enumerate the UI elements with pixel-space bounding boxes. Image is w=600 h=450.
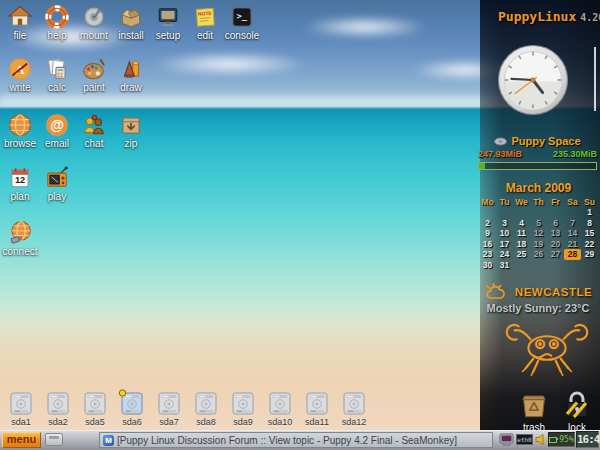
calendar-day: 19: [530, 239, 547, 250]
launcher-connect[interactable]: connect: [2, 220, 38, 257]
drive-sda1[interactable]: sda1: [4, 391, 38, 427]
right-edge-highlight: [594, 47, 596, 111]
calendar-day: 30: [479, 260, 496, 271]
disk-drive-icon: [155, 391, 183, 417]
launcher-plan[interactable]: 12 plan: [2, 165, 38, 202]
launcher-edit[interactable]: NOTE edit: [187, 4, 223, 41]
drive-label: sda12: [337, 417, 371, 427]
taskbar-window-button[interactable]: M [Puppy Linux Discussion Forum :: View …: [99, 432, 493, 448]
launcher-console[interactable]: >_ console: [224, 4, 260, 41]
archive-box-icon: [118, 112, 144, 138]
disk-drive-icon: [229, 391, 257, 417]
launcher-play[interactable]: play: [39, 165, 75, 202]
launcher-browse[interactable]: browse: [2, 112, 38, 149]
calendar-day: 17: [496, 239, 513, 250]
tray-clock[interactable]: 16:45: [576, 431, 599, 448]
window-title: [Puppy Linux Discussion Forum :: View to…: [117, 435, 457, 446]
cloud-shape: [300, 16, 430, 38]
calendar-day: 3: [496, 218, 513, 229]
volume-speaker-icon[interactable]: [535, 433, 547, 446]
calendar-empty: [530, 260, 547, 271]
launcher-label: file: [2, 30, 38, 41]
launcher-label: browse: [2, 138, 38, 149]
drive-sda2[interactable]: sda2: [41, 391, 75, 427]
launcher-help[interactable]: help: [39, 4, 75, 41]
launcher-label: zip: [113, 138, 149, 149]
calendar-day-header: Th: [530, 197, 547, 207]
launcher-label: mount: [76, 30, 112, 41]
drive-sda6[interactable]: sda6: [115, 391, 149, 427]
network-monitor-icon[interactable]: [499, 433, 514, 446]
harddisk-icon: [81, 4, 107, 30]
calendar-day: 22: [581, 239, 598, 250]
drive-sda10[interactable]: sda10: [263, 391, 297, 427]
launcher-zip[interactable]: zip: [113, 112, 149, 149]
space-progressbar: [478, 162, 597, 170]
cloud-shape: [150, 52, 310, 76]
calendar-day: 14: [564, 228, 581, 239]
calendar-day: 11: [513, 228, 530, 239]
seamonkey-icon: M: [103, 435, 114, 446]
calendar-day: 6: [547, 218, 564, 229]
calendar-day: 26: [530, 249, 547, 260]
launcher-draw[interactable]: draw: [113, 56, 149, 93]
launcher-label: install: [113, 30, 149, 41]
puppy-space-widget: Puppy Space 247.93MiB 235.30MiB: [478, 135, 597, 170]
drive-sda8[interactable]: sda8: [189, 391, 223, 427]
drive-sda9[interactable]: sda9: [226, 391, 260, 427]
launcher-email[interactable]: @ email: [39, 112, 75, 149]
calendar-day: 9: [479, 228, 496, 239]
lifebuoy-icon: [44, 4, 70, 30]
menu-button[interactable]: menu: [2, 432, 41, 448]
disk-icon: [494, 137, 507, 146]
calendar-title: March 2009: [478, 181, 599, 195]
disk-drive-icon: [118, 391, 146, 417]
lock[interactable]: lock: [557, 390, 597, 433]
calendar-empty: [581, 260, 598, 271]
drive-label: sda6: [115, 417, 149, 427]
network-status-pill[interactable]: eth0: [516, 434, 533, 445]
drive-sda11[interactable]: sda11: [300, 391, 334, 427]
battery-applet[interactable]: 95%: [548, 432, 575, 447]
launcher-paint[interactable]: paint: [76, 56, 112, 93]
house-icon: [7, 4, 33, 30]
launcher-file[interactable]: file: [2, 4, 38, 41]
drive-label: sda5: [78, 417, 112, 427]
taskbar-drive-icon[interactable]: [45, 433, 63, 446]
minute-hand: [511, 79, 533, 80]
media-player-icon: [44, 165, 70, 191]
disk-drive-icon: [81, 391, 109, 417]
launcher-calc[interactable]: calc: [39, 56, 75, 93]
launcher-setup[interactable]: setup: [150, 4, 186, 41]
launcher-write[interactable]: A write: [2, 56, 38, 93]
trash[interactable]: trash: [514, 391, 554, 433]
drive-sda7[interactable]: sda7: [152, 391, 186, 427]
terminal-icon: >_: [229, 4, 255, 30]
launcher-label: email: [39, 138, 75, 149]
launcher-label: console: [224, 30, 260, 41]
calendar-day: 7: [564, 218, 581, 229]
drive-sda5[interactable]: sda5: [78, 391, 112, 427]
drive-sda12[interactable]: sda12: [337, 391, 371, 427]
monitor-tools-icon: [155, 4, 181, 30]
space-used: 247.93MiB: [478, 149, 522, 159]
disk-drive-icon: [44, 391, 72, 417]
launcher-mount[interactable]: mount: [76, 4, 112, 41]
launcher-install[interactable]: install: [113, 4, 149, 41]
weather-city: NEWCASTLE: [515, 286, 592, 298]
launcher-chat[interactable]: chat: [76, 112, 112, 149]
calendar-day-headers: MoTuWeThFrSaSu: [478, 197, 599, 207]
calendar-icon: 12: [7, 165, 33, 191]
weather-widget: NEWCASTLE Mostly Sunny: 23°C: [478, 283, 598, 314]
calendar-day: 15: [581, 228, 598, 239]
calendar-empty: [564, 207, 581, 218]
launcher-label: write: [2, 82, 38, 93]
sticky-note-icon: NOTE: [192, 4, 218, 30]
calendar-day: 23: [479, 249, 496, 260]
calendar-empty: [564, 260, 581, 271]
palette-icon: [81, 56, 107, 82]
email-at-icon: @: [44, 112, 70, 138]
calendar-day: 24: [496, 249, 513, 260]
disk-drive-icon: [266, 391, 294, 417]
analog-clock: [497, 44, 569, 116]
